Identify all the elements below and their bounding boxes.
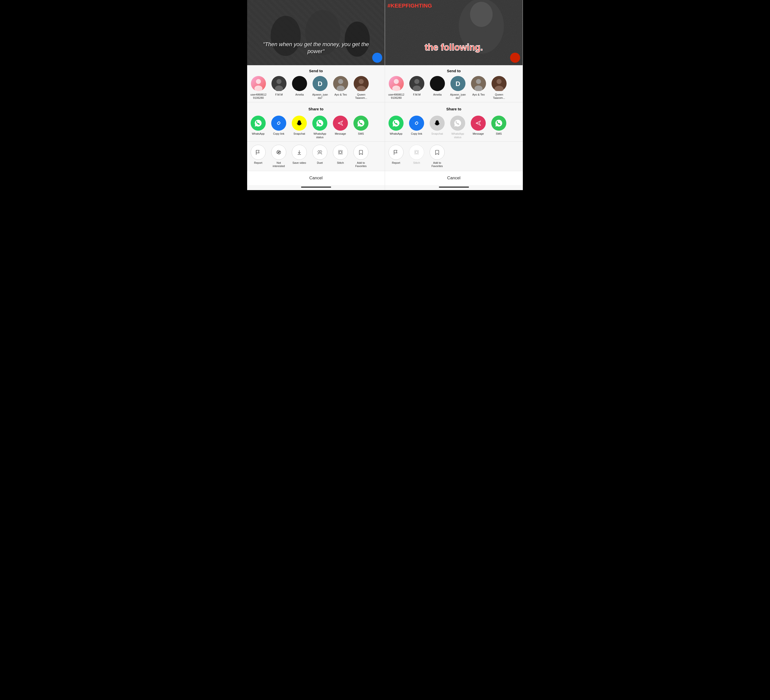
contact-ayo[interactable]: Ayo & Teo (332, 76, 349, 100)
contact-queen[interactable]: Queen Taaoom... (490, 76, 508, 100)
action-save-video[interactable]: Save video (291, 145, 308, 168)
action-icon-report (251, 145, 266, 160)
share-label-copy-link: Copy link (273, 132, 284, 135)
left-sheet: Send to user48686129106280 F.M.M Amelia … (247, 65, 385, 190)
share-icon-whatsapp-status (450, 116, 465, 131)
contact-avatar-queen (353, 76, 369, 92)
right-home-indicator (385, 185, 522, 190)
action-report[interactable]: Report (388, 145, 404, 168)
share-whatsapp[interactable]: WhatsApp (388, 116, 404, 139)
contact-avatar-amelia (291, 76, 307, 92)
contact-name-ajuwon: Ajuwon_iyan da7 (450, 93, 466, 100)
contact-avatar-ayo (333, 76, 349, 92)
contact-fmm[interactable]: F.M.M (270, 76, 288, 100)
contact-name-queen: Queen Taaoom... (353, 93, 370, 100)
action-label-not-interested: Not interested (270, 161, 287, 168)
left-send-to-title: Send to (247, 65, 385, 76)
svg-point-8 (277, 79, 281, 84)
contact-user4868612[interactable]: user48686129106280 (250, 76, 267, 100)
share-label-whatsapp-status: WhatsApp status (311, 132, 328, 139)
contact-ajuwon[interactable]: D Ajuwon_iyan da7 (449, 76, 467, 100)
right-send-to-title: Send to (385, 65, 522, 76)
share-icon-message (471, 116, 486, 131)
svg-rect-51 (415, 151, 417, 153)
contact-user4868612[interactable]: user48686129106280 (388, 76, 405, 100)
share-icon-whatsapp (388, 116, 404, 131)
left-cancel-button[interactable]: Cancel (247, 171, 385, 185)
contact-queen[interactable]: Queen Taaoom... (353, 76, 370, 100)
share-sms[interactable]: SMS (490, 116, 507, 139)
contact-amelia[interactable]: Amelia (291, 76, 308, 100)
action-add-to-favorites[interactable]: Add to Favorites (353, 145, 369, 168)
right-video-avatar (510, 53, 520, 63)
share-sms[interactable]: SMS (353, 116, 369, 139)
share-whatsapp[interactable]: WhatsApp (250, 116, 267, 139)
left-share-to-title: Share to (247, 103, 385, 113)
left-contacts-row: user48686129106280 F.M.M Amelia D Ajuwon… (247, 76, 385, 102)
contact-name-user4868612: user48686129106280 (388, 93, 404, 100)
right-divider-1 (385, 102, 522, 102)
contact-ajuwon[interactable]: D Ajuwon_iyan da7 (311, 76, 329, 100)
action-add-to-favorites[interactable]: Add to Favorites (429, 145, 446, 168)
share-message[interactable]: Message (470, 116, 487, 139)
action-icon-save-video (292, 145, 307, 160)
action-stitch: Stitch (408, 145, 425, 168)
action-icon-report (388, 145, 404, 160)
contact-amelia[interactable]: Amelia (429, 76, 446, 100)
contact-name-amelia: Amelia (433, 93, 442, 96)
share-label-whatsapp: WhatsApp (390, 132, 403, 135)
action-icon-add-to-favorites (353, 145, 369, 160)
share-copy-link[interactable]: Copy link (408, 116, 425, 139)
right-share-to-title: Share to (385, 103, 522, 113)
action-duet[interactable]: Duet (311, 145, 328, 168)
share-icon-message (333, 116, 348, 131)
left-panel: "Then when you get the money, you get th… (247, 0, 385, 190)
contact-name-ayo: Ayo & Teo (472, 93, 485, 96)
svg-point-42 (476, 79, 481, 84)
right-panel: #KEEPFIGHTING the following. Send to use… (385, 0, 523, 190)
share-message[interactable]: Message (332, 116, 349, 139)
svg-point-10 (292, 76, 307, 91)
contact-avatar-queen (491, 76, 507, 92)
action-label-stitch: Stitch (413, 161, 420, 165)
contact-name-fmm: F.M.M (413, 93, 421, 96)
share-label-whatsapp: WhatsApp (252, 132, 265, 135)
action-stitch[interactable]: Stitch (332, 145, 349, 168)
action-icon-not-interested (271, 145, 286, 160)
contact-avatar-user4868612 (251, 76, 267, 92)
right-actions-row: Report Stitch Add to Favorites (385, 143, 522, 171)
svg-point-26 (320, 151, 322, 152)
share-icon-copy-link (271, 116, 286, 131)
action-label-duet: Duet (317, 161, 323, 165)
share-icon-sms (491, 116, 506, 131)
svg-line-22 (277, 151, 280, 154)
svg-point-33 (394, 79, 399, 84)
right-video-bg: #KEEPFIGHTING the following. (385, 0, 522, 65)
share-copy-link[interactable]: Copy link (270, 116, 287, 139)
right-cancel-button[interactable]: Cancel (385, 171, 522, 185)
left-home-indicator (247, 185, 385, 190)
left-home-bar (301, 186, 331, 188)
share-label-snapchat: Snapchat (431, 132, 443, 135)
right-video-grain (385, 0, 522, 65)
action-label-save-video: Save video (293, 161, 306, 165)
contact-avatar-ayo (471, 76, 487, 92)
right-video-text: the following. (392, 42, 516, 53)
contact-fmm[interactable]: F.M.M (408, 76, 425, 100)
share-whatsapp-status[interactable]: WhatsApp status (311, 116, 328, 139)
action-icon-add-to-favorites (430, 145, 445, 160)
right-sheet: Send to user48686129106280 F.M.M Amelia … (385, 65, 522, 190)
right-contacts-row: user48686129106280 F.M.M Amelia D Ajuwon… (385, 76, 522, 102)
svg-point-36 (414, 79, 419, 84)
left-share-row: WhatsApp Copy link Snapchat WhatsApp sta… (247, 113, 385, 141)
left-video-avatar (372, 53, 382, 63)
action-report[interactable]: Report (250, 145, 267, 168)
action-not-interested[interactable]: Not interested (270, 145, 287, 168)
left-divider-1 (247, 102, 385, 102)
share-icon-snapchat (292, 116, 307, 131)
share-snapchat[interactable]: Snapchat (291, 116, 308, 139)
contact-name-user4868612: user48686129106280 (251, 93, 267, 100)
contact-ayo[interactable]: Ayo & Teo (470, 76, 487, 100)
contact-avatar-fmm (271, 76, 287, 92)
svg-point-5 (256, 79, 261, 84)
